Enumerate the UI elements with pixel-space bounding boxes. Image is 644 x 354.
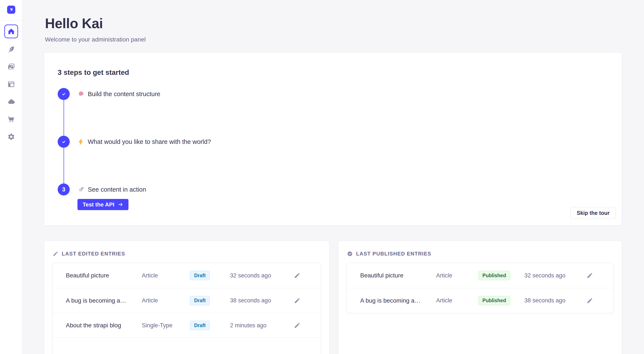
edit-entry-button[interactable] [294, 322, 301, 329]
entry-type: Article [142, 297, 180, 304]
onboarding-step-2: What would you like to share with the wo… [58, 136, 211, 183]
layout-icon [7, 80, 15, 88]
onboarding-step-3: 3 Se [58, 183, 211, 210]
rocket-emoji [78, 186, 85, 193]
entry-type: Article [436, 297, 474, 304]
test-api-button[interactable]: Test the API [78, 199, 128, 210]
onboarding-card: 3 steps to get started Build [44, 53, 622, 225]
pencil-icon [53, 251, 58, 257]
step-1-label-row: Build the content structure [78, 88, 160, 100]
sidebar-item-home[interactable] [4, 24, 18, 38]
cloud-icon [7, 98, 15, 106]
cart-icon [7, 115, 15, 123]
table-row[interactable]: About the strapi blog Single-Type Draft … [52, 313, 321, 338]
strapi-logo-icon [8, 7, 14, 12]
entry-title: A bug is becoming a… [360, 297, 436, 304]
page-subtitle: Welcome to your administration panel [45, 36, 146, 43]
step-connector [64, 148, 64, 183]
onboarding-title: 3 steps to get started [58, 68, 129, 76]
last-published-title: LAST PUBLISHED ENTRIES [356, 251, 432, 257]
status-badge: Draft [190, 296, 210, 305]
skip-tour-button[interactable]: Skip the tour [570, 207, 616, 219]
table-row[interactable]: Beautiful picture Article Draft 32 secon… [52, 263, 321, 288]
entry-type: Single-Type [142, 322, 180, 329]
last-edited-header: LAST EDITED ENTRIES [53, 251, 125, 257]
last-published-card: LAST PUBLISHED ENTRIES Beautiful picture… [338, 241, 622, 354]
sidebar-item-marketplace[interactable] [7, 115, 16, 123]
entry-title: Beautiful picture [66, 272, 142, 279]
edit-entry-button[interactable] [586, 297, 594, 304]
arrow-right-icon [118, 202, 123, 207]
sidebar-item-settings[interactable] [7, 132, 16, 141]
onboarding-step-1: Build the content structure [58, 88, 211, 136]
status-badge: Draft [190, 271, 210, 280]
sidebar-item-media-library[interactable] [7, 62, 16, 71]
last-edited-card: LAST EDITED ENTRIES Beautiful picture Ar… [44, 241, 329, 354]
page-title: Hello Kai [45, 15, 103, 31]
entry-time: 32 seconds ago [515, 272, 578, 279]
sidebar-divider [0, 20, 22, 21]
table-row[interactable]: A bug is becoming a… Article Published 3… [347, 288, 614, 313]
step-1-label: Build the content structure [88, 90, 160, 98]
step-2-rail [58, 136, 70, 183]
check-circle-icon [347, 251, 353, 257]
step-3-label: See content in action [88, 186, 146, 193]
step-1-done-check-icon [58, 88, 70, 100]
step-3-label-row: See content in action [78, 183, 146, 196]
gear-icon [7, 133, 15, 141]
entry-time: 32 seconds ago [220, 272, 286, 279]
step-2-label: What would you like to share with the wo… [88, 138, 211, 145]
entry-time: 2 minutes ago [220, 322, 286, 329]
step-1-rail [58, 88, 70, 136]
sidebar [0, 0, 22, 354]
edit-entry-button[interactable] [294, 272, 301, 279]
sidebar-item-content-manager[interactable] [7, 45, 16, 54]
step-2-done-check-icon [58, 136, 70, 148]
test-api-button-label: Test the API [82, 201, 114, 208]
onboarding-steps: Build the content structure [58, 88, 211, 210]
strapi-logo[interactable] [7, 5, 15, 14]
entry-title: A bug is becoming a… [66, 297, 142, 304]
sidebar-item-deploy[interactable] [7, 97, 16, 106]
table-row[interactable]: Beautiful picture Article Published 32 s… [347, 263, 614, 288]
last-edited-table: Beautiful picture Article Draft 32 secon… [52, 263, 321, 354]
table-row[interactable]: A bug is becoming a… Article Draft 38 se… [52, 288, 321, 313]
edit-entry-button[interactable] [294, 297, 301, 304]
step-3-number: 3 [58, 183, 70, 196]
status-badge: Published [478, 296, 510, 305]
media-icon [7, 63, 15, 70]
edit-entry-button[interactable] [586, 272, 594, 279]
step-2-label-row: What would you like to share with the wo… [78, 136, 211, 148]
status-badge: Draft [190, 321, 210, 330]
entry-title: About the strapi blog [66, 322, 142, 329]
entry-time: 38 seconds ago [220, 297, 286, 304]
feather-icon [7, 46, 15, 53]
entry-time: 38 seconds ago [515, 297, 578, 304]
sidebar-item-content-type-builder[interactable] [7, 80, 16, 89]
step-3-rail: 3 [58, 183, 70, 196]
step-connector [64, 100, 64, 136]
brain-emoji [78, 90, 85, 98]
last-edited-title: LAST EDITED ENTRIES [62, 251, 125, 257]
last-published-table: Beautiful picture Article Published 32 s… [347, 263, 614, 313]
lightning-emoji [78, 138, 85, 145]
entry-type: Article [436, 272, 474, 279]
status-badge: Published [478, 271, 510, 280]
entry-title: Beautiful picture [360, 272, 436, 279]
home-icon [8, 28, 15, 35]
entry-type: Article [142, 272, 180, 279]
last-published-header: LAST PUBLISHED ENTRIES [347, 251, 432, 257]
